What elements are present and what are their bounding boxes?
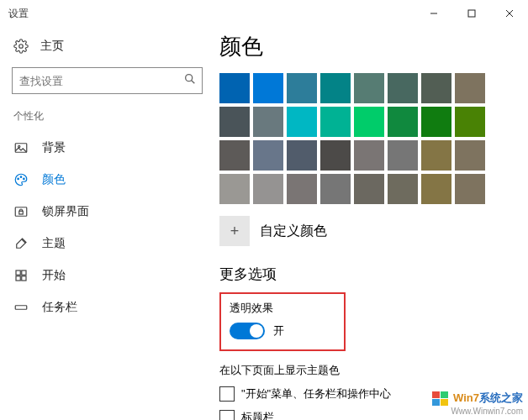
svg-rect-19 (432, 391, 440, 398)
window-title: 设置 (8, 7, 29, 21)
home-label: 主页 (40, 39, 64, 54)
color-swatch[interactable] (354, 107, 384, 137)
svg-rect-1 (468, 10, 475, 17)
color-swatch[interactable] (287, 107, 317, 137)
color-swatch[interactable] (287, 174, 317, 204)
color-swatch[interactable] (219, 174, 250, 204)
color-swatch[interactable] (421, 73, 451, 103)
section-header: 个性化 (13, 109, 203, 123)
sidebar-item-label: 锁屏界面 (42, 204, 89, 219)
custom-color-label: 自定义颜色 (260, 223, 327, 240)
color-swatch[interactable] (388, 73, 418, 103)
content: 主页 个性化 背景颜色锁屏界面主题开始任务栏 颜色 + 自定义颜色 更多选项 透… (0, 27, 528, 420)
sidebar-item-palette[interactable]: 颜色 (12, 164, 203, 196)
sidebar-item-label: 颜色 (42, 172, 66, 187)
color-swatch[interactable] (421, 140, 451, 171)
svg-rect-13 (19, 211, 24, 214)
checkbox[interactable] (219, 410, 235, 420)
color-swatch[interactable] (421, 107, 451, 137)
search-input[interactable] (19, 75, 183, 87)
svg-rect-15 (22, 270, 26, 275)
color-swatch[interactable] (219, 140, 250, 171)
window-controls (414, 0, 528, 27)
maximize-button[interactable] (452, 0, 490, 27)
color-swatch[interactable] (320, 140, 351, 171)
svg-rect-21 (432, 399, 440, 406)
sidebar-item-label: 背景 (42, 140, 66, 155)
home-link[interactable]: 主页 (12, 34, 203, 59)
color-swatch[interactable] (320, 107, 351, 137)
transparency-toggle[interactable] (230, 323, 265, 339)
color-swatch[interactable] (320, 73, 351, 103)
color-swatch[interactable] (253, 174, 283, 204)
checkbox[interactable] (219, 386, 235, 402)
transparency-state: 开 (273, 323, 284, 339)
color-swatch[interactable] (388, 140, 418, 171)
transparency-toggle-row: 开 (230, 323, 335, 339)
svg-rect-20 (441, 391, 448, 398)
color-swatch[interactable] (253, 140, 283, 171)
sidebar-item-picture[interactable]: 背景 (12, 132, 203, 164)
color-swatch[interactable] (388, 174, 418, 204)
taskbar-icon (13, 300, 29, 315)
transparency-highlight: 透明效果 开 (219, 292, 346, 351)
svg-rect-14 (16, 270, 20, 275)
svg-point-4 (19, 45, 24, 49)
palette-icon (13, 172, 29, 187)
sidebar-item-label: 任务栏 (42, 300, 77, 315)
toggle-knob (250, 324, 263, 338)
windows-logo-icon (432, 391, 449, 407)
color-swatch[interactable] (287, 73, 317, 103)
plus-icon[interactable]: + (219, 216, 250, 246)
color-swatch[interactable] (253, 73, 283, 103)
color-swatch[interactable] (253, 107, 283, 137)
watermark-brand-b: 系统之家 (479, 391, 523, 404)
svg-rect-22 (441, 399, 448, 406)
watermark-url: Www.Winwin7.com (451, 407, 523, 416)
svg-rect-16 (16, 276, 20, 281)
color-swatch[interactable] (219, 107, 250, 137)
close-button[interactable] (490, 0, 528, 27)
check-label: 标题栏 (241, 410, 274, 420)
color-swatch[interactable] (320, 174, 351, 204)
search-icon (183, 72, 197, 89)
titlebar: 设置 (0, 0, 528, 27)
watermark: Win7系统之家 Www.Winwin7.com (432, 391, 523, 417)
sidebar: 主页 个性化 背景颜色锁屏界面主题开始任务栏 (0, 27, 214, 420)
color-swatch[interactable] (354, 174, 384, 204)
color-swatch[interactable] (287, 140, 317, 171)
transparency-label: 透明效果 (230, 301, 335, 316)
color-swatch[interactable] (219, 73, 250, 103)
svg-point-5 (186, 75, 193, 81)
color-swatch[interactable] (388, 107, 418, 137)
minimize-button[interactable] (414, 0, 452, 27)
gear-icon (13, 39, 29, 54)
sidebar-item-lock[interactable]: 锁屏界面 (12, 196, 203, 228)
page-title: 颜色 (219, 32, 528, 61)
more-options-heading: 更多选项 (219, 265, 528, 284)
svg-point-10 (20, 176, 22, 178)
main-panel: 颜色 + 自定义颜色 更多选项 透明效果 开 在以下页面上显示主题色 "开始"菜… (214, 27, 528, 420)
color-swatch[interactable] (421, 174, 451, 204)
watermark-brand-a: Win7 (453, 391, 479, 404)
sidebar-item-label: 主题 (42, 236, 66, 251)
accent-desc: 在以下页面上显示主题色 (219, 363, 528, 378)
color-swatch[interactable] (455, 174, 485, 204)
lock-icon (13, 204, 29, 219)
sidebar-item-start[interactable]: 开始 (12, 260, 203, 291)
color-swatch[interactable] (455, 107, 485, 137)
color-swatch[interactable] (455, 140, 485, 171)
brush-icon (13, 236, 29, 251)
color-swatch[interactable] (354, 73, 384, 103)
svg-point-11 (24, 178, 25, 180)
color-swatch[interactable] (455, 73, 485, 103)
sidebar-item-taskbar[interactable]: 任务栏 (12, 291, 203, 323)
svg-rect-18 (15, 306, 27, 310)
custom-color-row[interactable]: + 自定义颜色 (219, 216, 528, 246)
color-swatch[interactable] (354, 140, 384, 171)
check-label: "开始"菜单、任务栏和操作中心 (241, 386, 391, 402)
nav-list: 背景颜色锁屏界面主题开始任务栏 (12, 132, 203, 323)
svg-point-9 (18, 178, 19, 180)
sidebar-item-brush[interactable]: 主题 (12, 228, 203, 260)
search-box[interactable] (12, 67, 203, 94)
